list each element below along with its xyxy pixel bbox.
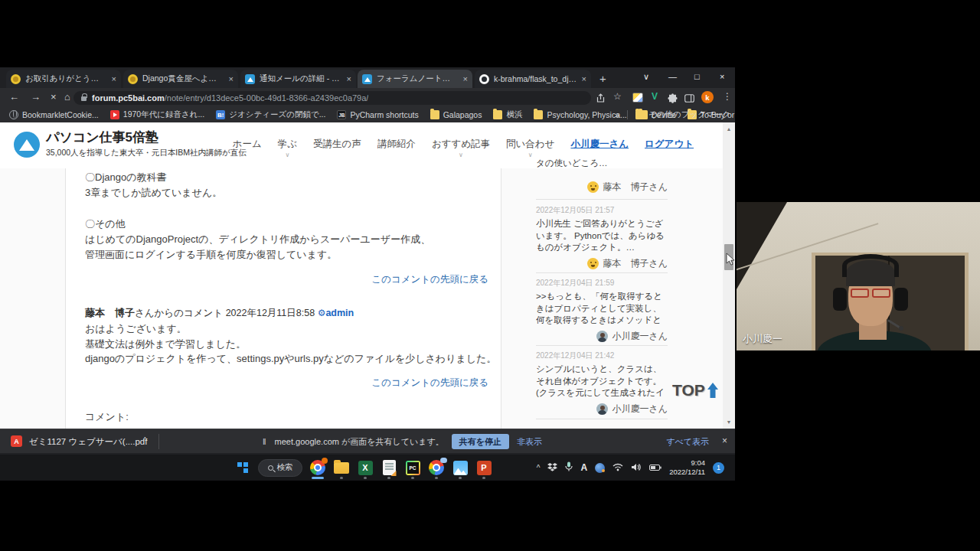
nav-instructor[interactable]: 講師紹介	[377, 138, 416, 151]
bookmark-folder[interactable]: Psychology, Physica...	[534, 110, 626, 119]
bookmarks-overflow-icon[interactable]: »	[615, 110, 619, 119]
share-icon[interactable]	[596, 93, 606, 106]
stop-sharing-button[interactable]: 共有を停止	[452, 434, 509, 449]
bookmark-item[interactable]: BookmarkletCookie...	[9, 110, 99, 119]
window-maximize-button[interactable]: □	[694, 72, 700, 81]
side-panel-icon[interactable]	[684, 93, 694, 106]
nav-student-voices[interactable]: 受講生の声	[313, 138, 361, 151]
bookmark-item[interactable]: JBPyCharm shortcuts	[337, 110, 418, 119]
address-bar[interactable]: forum.pc5bai.com/note/entry/d13dece5-00b…	[74, 91, 591, 105]
browser-tab-4-active[interactable]: フォーラムノートパソコン仕事5倍 ×	[358, 70, 472, 88]
bookmark-folder[interactable]: 横浜	[493, 109, 522, 120]
taskbar-chrome-active[interactable]	[309, 459, 326, 476]
other-bookmarks-folder[interactable]: その他のブックマーク	[635, 109, 730, 120]
note-line: 管理画面にログインする手順を何度か復習しています。	[85, 248, 337, 262]
sidebar-comment[interactable]: タの使いどころ… 藤本 博子さん	[536, 158, 668, 194]
window-minimize-button[interactable]: —	[668, 72, 677, 81]
sidebar-comment[interactable]: 2022年12月05日 21:57 小川先生 ご回答ありがとうございます。 Py…	[536, 205, 668, 270]
start-button[interactable]	[234, 459, 251, 476]
volume-icon[interactable]	[631, 461, 642, 474]
window-close-button[interactable]: ×	[720, 72, 724, 81]
page-scrollbar[interactable]: ▲ ▼	[723, 122, 735, 429]
comment-excerpt: 小川先生 ご回答ありがとうございます。 Pythonでは、あらゆるものがオブジェ…	[536, 218, 668, 255]
hide-banner-button[interactable]: 非表示	[517, 436, 542, 448]
browser-tab-3[interactable]: 通知メールの詳細 - パソコン仕事 ×	[240, 70, 356, 88]
scroll-down-arrow-icon[interactable]: ▼	[723, 419, 735, 425]
taskbar-photos[interactable]	[452, 459, 469, 476]
globe-icon	[9, 110, 18, 119]
back-to-top-of-comment-link[interactable]: このコメントの先頭に戻る	[371, 377, 488, 390]
nav-logout-link[interactable]: ログアウト	[645, 138, 694, 151]
windows-taskbar: 検索 X PC P ^ A 9:042022/12/11 1	[0, 455, 735, 481]
up-arrow-icon	[707, 381, 719, 399]
notification-count-badge[interactable]: 1	[713, 462, 724, 474]
browser-tab-2[interactable]: Django貫金屋へようこそ ×	[123, 70, 238, 88]
meet-stage: お取引ありがとうございます。 × Django貫金屋へようこそ × 通知メールの…	[0, 0, 980, 551]
participant-video-tile[interactable]: 小川慶一	[737, 202, 980, 350]
bookmark-item[interactable]: B!ジオシティーズの閉鎖で...	[216, 109, 325, 120]
browser-tab-1[interactable]: お取引ありがとうございます。 ×	[6, 70, 121, 88]
taskbar-notepad[interactable]	[381, 459, 397, 476]
downloaded-file-name[interactable]: ゼミ1127 ウェブサーバ(....pdf	[29, 436, 147, 448]
bookmark-label: 1970年代に録音され...	[123, 109, 204, 120]
home-icon[interactable]: ⌂	[64, 91, 70, 103]
taskbar-powerpoint[interactable]: P	[475, 459, 492, 476]
taskbar-excel[interactable]: X	[357, 459, 374, 476]
taskbar-pycharm[interactable]: PC	[404, 459, 421, 476]
scroll-to-top-button[interactable]: TOP	[672, 381, 719, 399]
bookmark-folder[interactable]: Galapagos	[430, 110, 482, 119]
bookmark-item[interactable]: 1970年代に録音され...	[110, 109, 204, 120]
tab-favicon-pc5bai-icon	[362, 74, 372, 84]
taskbar-search[interactable]: 検索	[258, 459, 302, 477]
forum-note-main-column: 〇Djangoの教科書 3章までしか読めていません。 〇その他 はじめてのDja…	[65, 168, 501, 429]
sidebar-comment[interactable]: 2022年12月04日 21:42 シンプルにいうと、クラスは、それ自体がオブジ…	[536, 350, 668, 416]
nav-learn[interactable]: 学ぶ∨	[278, 138, 297, 158]
extensions-puzzle-icon[interactable]	[668, 93, 678, 106]
new-tab-button[interactable]: +	[599, 72, 606, 85]
nav-home[interactable]: ホーム	[233, 138, 262, 151]
battery-icon[interactable]	[649, 461, 662, 474]
show-all-downloads-link[interactable]: すべて表示	[666, 436, 709, 448]
back-to-top-of-comment-link[interactable]: このコメントの先頭に戻る	[371, 273, 488, 286]
scroll-up-arrow-icon[interactable]: ▲	[723, 126, 735, 132]
v-extension-icon[interactable]: V	[652, 91, 658, 102]
page-content: 〇Djangoの教科書 3章までしか読めていません。 〇その他 はじめてのDja…	[0, 168, 723, 429]
tab-close-icon[interactable]: ×	[112, 74, 116, 83]
nav-recommended[interactable]: おすすめ記事∨	[432, 138, 490, 158]
profile-avatar[interactable]: k	[701, 91, 714, 103]
back-icon[interactable]: ←	[9, 91, 19, 103]
stop-reload-icon[interactable]: ×	[51, 91, 57, 103]
wifi-icon[interactable]	[612, 461, 623, 474]
nav-contact[interactable]: 問い合わせ∨	[506, 138, 554, 158]
ime-indicator[interactable]: A	[580, 462, 587, 473]
sidebar-comment[interactable]: 2022年12月04日 21:59 >>もっとも、「何を取得するときはプロパティ…	[536, 278, 668, 343]
site-title[interactable]: パソコン仕事5倍塾	[46, 129, 158, 146]
admin-link[interactable]: admin	[325, 308, 354, 318]
tab-close-icon[interactable]: ×	[229, 74, 234, 83]
taskbar-file-explorer[interactable]	[333, 459, 350, 476]
taskbar-chrome-cloud[interactable]	[428, 459, 445, 476]
bookmark-star-icon[interactable]: ☆	[613, 91, 622, 102]
tab-close-icon[interactable]: ×	[582, 74, 586, 83]
tab-close-icon[interactable]: ×	[463, 74, 468, 83]
site-logo-icon[interactable]	[14, 132, 40, 158]
tab-search-chevron-icon[interactable]: ∨	[643, 72, 649, 82]
browser-toolbar: ← → × ⌂ forum.pc5bai.com/note/entry/d13d…	[0, 88, 735, 107]
weather-app-icon[interactable]	[595, 463, 605, 473]
gear-icon: ⚙	[318, 308, 326, 318]
browser-menu-icon[interactable]: ⋮	[723, 91, 732, 102]
tray-expand-icon[interactable]: ^	[537, 464, 541, 472]
microphone-icon[interactable]	[565, 461, 573, 474]
dropbox-icon[interactable]	[547, 461, 557, 474]
powerpoint-icon: P	[477, 461, 492, 475]
forward-icon[interactable]: →	[31, 91, 41, 103]
taskbar-clock[interactable]: 9:042022/12/11	[669, 458, 705, 477]
screenshot-extension-icon[interactable]	[632, 93, 643, 103]
folder-icon	[334, 462, 349, 474]
download-expand-icon[interactable]: ^	[143, 436, 147, 445]
tab-close-icon[interactable]: ×	[347, 74, 351, 83]
nav-user-link[interactable]: 小川慶一さん	[570, 138, 629, 151]
download-bar-close-icon[interactable]: ×	[722, 435, 727, 446]
browser-tab-5[interactable]: k-brahma/flask_to_django ×	[475, 70, 591, 88]
note-line: 3章までしか読めていません。	[85, 186, 222, 200]
